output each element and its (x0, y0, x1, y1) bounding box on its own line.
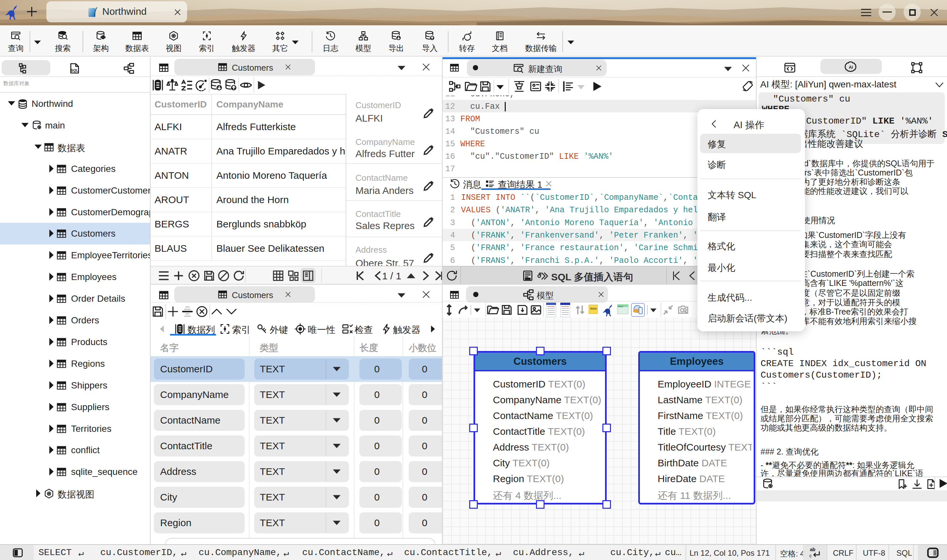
svg-text:c: c (810, 553, 812, 558)
svg-text:ab: ab (810, 547, 816, 552)
svg-text:AI: AI (849, 65, 853, 70)
svg-text:SQL: SQL (71, 68, 78, 72)
